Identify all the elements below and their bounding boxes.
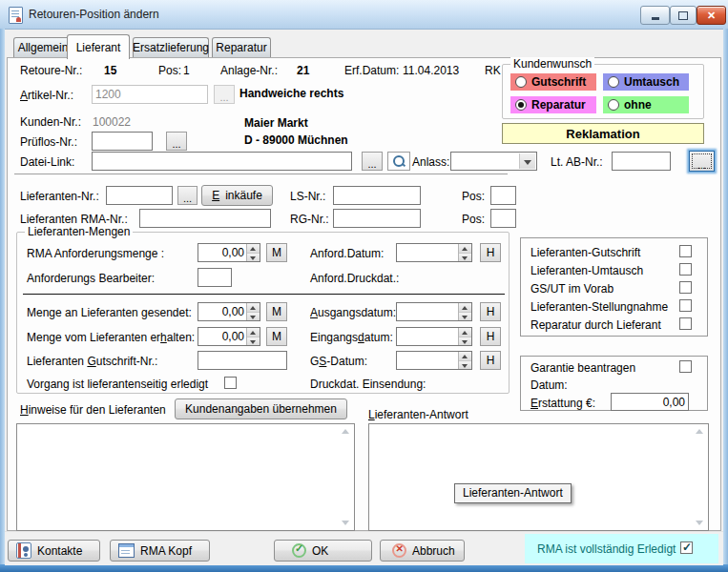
scroll-up-icon[interactable] (342, 429, 349, 434)
tab-allgemein[interactable]: Allgemein (13, 37, 73, 57)
ab-nr-browse-button[interactable]: ... (689, 151, 715, 172)
opt-vorab-checkbox[interactable] (679, 281, 692, 294)
gs-datum-field[interactable] (396, 351, 472, 370)
minimize-button[interactable] (640, 6, 670, 25)
close-button[interactable]: ✕ (697, 6, 726, 25)
gs-datum-label: GS-Datum: (310, 355, 367, 368)
hinweise-textarea[interactable] (16, 423, 355, 531)
mengen-separator (23, 294, 505, 295)
erhalten-m-button[interactable]: M (266, 327, 287, 346)
scroll-down-icon[interactable] (342, 521, 349, 525)
rma-anforderungsmenge-field[interactable]: 0,00 (198, 243, 260, 262)
radio-umtausch[interactable]: Umtausch (603, 73, 689, 91)
gs-datum-h-button[interactable]: H (480, 351, 501, 370)
reklamation-banner: Reklamation (502, 123, 704, 144)
kundenwunsch-group: Kundenwunsch Gutschrift Umtausch Reparat… (502, 64, 704, 119)
tab-ersatzlieferung[interactable]: Ersatzlieferung (133, 37, 209, 57)
datei-browse-button[interactable]: ... (362, 152, 383, 171)
kundenangaben-uebernehmen-button[interactable]: Kundenangaben übernehmen (175, 398, 347, 419)
spin-down-button[interactable] (247, 337, 260, 346)
garantie-checkbox[interactable] (679, 360, 692, 373)
lieferanten-antwort-textarea[interactable] (368, 423, 709, 531)
anforderungs-bearbeiter-field[interactable] (198, 268, 232, 287)
spin-down-button[interactable] (459, 254, 471, 262)
spin-up-button[interactable] (247, 303, 260, 313)
ausgangsdatum-field[interactable] (396, 302, 472, 321)
opt-reparatur-checkbox[interactable] (679, 317, 692, 330)
rg-nr-label: RG-Nr.: (290, 213, 329, 226)
anlass-select[interactable] (450, 152, 537, 171)
datei-search-button[interactable] (387, 152, 410, 171)
menge-erhalten-label: Menge vom Lieferanten erhalten: (27, 331, 195, 344)
spin-down-button[interactable] (459, 313, 471, 321)
prueflos-nr-field[interactable] (92, 132, 153, 151)
title-bar[interactable]: Retouren-Position ändern ✕ (0, 0, 728, 30)
tab-lieferant[interactable]: Lieferant (67, 34, 130, 59)
spin-up-button[interactable] (459, 328, 471, 337)
lieferanten-browse-button[interactable]: ... (177, 186, 198, 205)
anford-datum-h-button[interactable]: H (480, 243, 501, 262)
anford-druckdat-label: Anford.Druckdat.: (310, 272, 399, 285)
ok-button[interactable]: OK (274, 540, 372, 562)
opt-gutschrift-checkbox[interactable] (679, 245, 692, 257)
spin-up-button[interactable] (247, 328, 260, 337)
lieferanten-nr-field[interactable] (106, 186, 173, 205)
radio-reparatur[interactable]: Reparatur (510, 96, 596, 113)
rma-done-checkbox[interactable] (680, 541, 693, 554)
ab-nr-field[interactable] (612, 152, 671, 171)
radio-ohne[interactable]: ohne (603, 96, 689, 113)
ls-pos-field[interactable] (490, 186, 516, 205)
erstattung-field[interactable]: 0,00 (611, 393, 689, 411)
rma-kopf-button[interactable]: RMA Kopf (110, 540, 210, 562)
spin-down-button[interactable] (459, 361, 471, 370)
radio-reparatur-icon[interactable] (515, 99, 527, 111)
spin-up-button[interactable] (247, 244, 260, 254)
eingangsdatum-field[interactable] (396, 327, 472, 346)
artikel-browse-button[interactable]: ... (214, 85, 235, 104)
datei-link-field[interactable] (92, 152, 352, 171)
radio-ohne-icon[interactable] (608, 99, 619, 111)
prueflos-browse-button[interactable]: ... (166, 132, 187, 151)
spin-down-button[interactable] (247, 313, 260, 321)
scroll-up-icon[interactable] (696, 429, 703, 434)
rg-pos-field[interactable] (490, 209, 516, 228)
menge-erhalten-field[interactable]: 0,00 (198, 327, 260, 346)
opt-umtausch-checkbox[interactable] (679, 263, 692, 276)
kontakte-button[interactable]: Kontakte (8, 540, 100, 562)
spin-up-button[interactable] (459, 352, 471, 361)
garantie-panel: Garantie beantragen Datum: Erstattung €:… (520, 356, 708, 411)
maximize-button[interactable] (670, 6, 697, 25)
menge-erhalten-value: 0,00 (198, 328, 246, 345)
maximize-icon (678, 11, 688, 20)
radio-gutschrift[interactable]: Gutschrift (510, 73, 596, 91)
ls-nr-label: LS-Nr.: (290, 190, 325, 203)
opt-stellungnahme-checkbox[interactable] (679, 299, 692, 312)
rg-nr-field[interactable] (333, 209, 421, 228)
anforderungsmenge-m-button[interactable]: M (266, 243, 287, 262)
spin-up-button[interactable] (459, 303, 471, 313)
lieferanten-gutschrift-nr-field[interactable] (198, 351, 287, 370)
abbruch-button[interactable]: Abbruch (380, 540, 465, 562)
dialog-window: Retouren-Position ändern ✕ Allgemein Lie… (0, 0, 728, 572)
menge-gesendet-field[interactable]: 0,00 (198, 302, 260, 321)
tab-reparatur[interactable]: Reparatur (212, 37, 271, 57)
lieferanten-rma-nr-field[interactable] (139, 209, 271, 228)
tab-page-lieferant: Retoure-Nr.: 15 Pos: 1 Anlage-Nr.: 21 Er… (7, 57, 721, 531)
radio-umtausch-icon[interactable] (608, 76, 619, 88)
ls-nr-field[interactable] (333, 186, 421, 205)
retoure-nr-value: 15 (104, 64, 116, 77)
anlass-label: Anlass: (412, 155, 449, 169)
eingangsdatum-h-button[interactable]: H (480, 327, 501, 346)
ausgangsdatum-h-button[interactable]: H (480, 302, 501, 321)
einkaeufe-button[interactable]: Einkäufe (201, 185, 273, 206)
anford-datum-field[interactable] (396, 243, 472, 262)
erledigt-checkbox[interactable] (224, 377, 237, 389)
spin-down-button[interactable] (459, 337, 471, 346)
scroll-down-icon[interactable] (696, 521, 703, 525)
gesendet-m-button[interactable]: M (266, 302, 287, 321)
spin-up-button[interactable] (459, 244, 471, 254)
app-icon (9, 7, 23, 24)
spin-down-button[interactable] (247, 254, 260, 262)
radio-gutschrift-icon[interactable] (515, 76, 527, 88)
artikel-nr-field[interactable]: 1200 (92, 85, 208, 104)
